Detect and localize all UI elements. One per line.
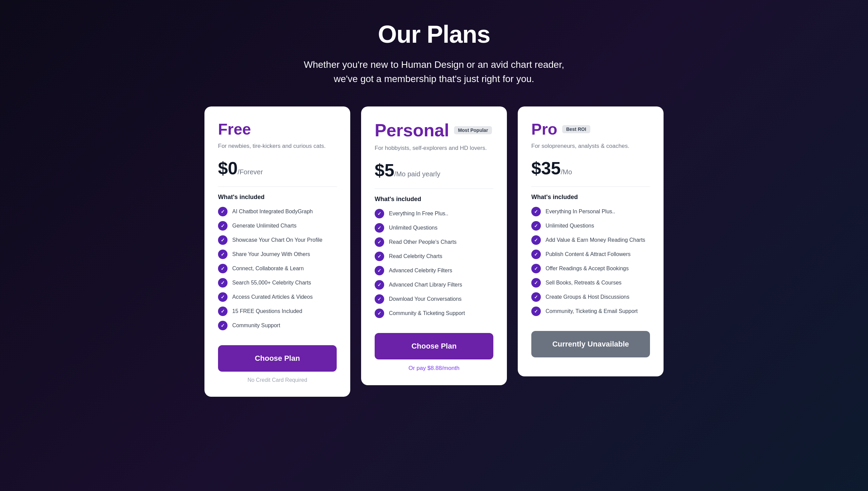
feature-text: Advanced Chart Library Filters — [389, 282, 462, 288]
plan-card-pro: ProBest ROIFor solopreneurs, analysts & … — [518, 106, 664, 376]
feature-text: Connect, Collaborate & Learn — [232, 266, 304, 272]
check-icon — [531, 292, 541, 302]
features-list-free: AI Chatbot Integrated BodyGraphGenerate … — [218, 207, 337, 335]
check-icon — [375, 237, 384, 247]
list-item: Offer Readings & Accept Bookings — [531, 264, 650, 273]
list-item: Create Groups & Host Discussions — [531, 292, 650, 302]
price-period-free: /Forever — [238, 168, 263, 176]
plan-price-personal: $5/Mo paid yearly — [375, 160, 493, 180]
check-icon — [375, 280, 384, 290]
features-list-pro: Everything In Personal Plus..Unlimited Q… — [531, 207, 650, 321]
check-icon — [218, 221, 228, 231]
plan-card-free: FreeFor newbies, tire-kickers and curiou… — [204, 106, 350, 397]
plan-name-pro: Pro — [531, 120, 557, 138]
plan-name-row-pro: ProBest ROI — [531, 120, 650, 138]
check-icon — [375, 223, 384, 233]
page-header: Our Plans Whether you're new to Human De… — [298, 20, 570, 86]
feature-text: Sell Books, Retreats & Courses — [546, 280, 622, 286]
list-item: Community, Ticketing & Email Support — [531, 307, 650, 316]
list-item: Read Celebrity Charts — [375, 252, 493, 261]
check-icon — [531, 207, 541, 216]
plan-description-personal: For hobbyists, self-explorers and HD lov… — [375, 144, 493, 153]
list-item: Unlimited Questions — [375, 223, 493, 233]
list-item: 15 FREE Questions Included — [218, 307, 337, 316]
check-icon — [218, 235, 228, 245]
list-item: Connect, Collaborate & Learn — [218, 264, 337, 273]
price-amount-pro: $35 — [531, 158, 561, 178]
plan-badge-personal: Most Popular — [454, 126, 492, 134]
list-item: Download Your Conversations — [375, 294, 493, 304]
check-icon — [218, 278, 228, 288]
list-item: Share Your Journey With Others — [218, 250, 337, 259]
plan-description-pro: For solopreneurs, analysts & coaches. — [531, 142, 650, 151]
page-subtitle: Whether you're new to Human Design or an… — [298, 58, 570, 86]
plan-name-row-personal: PersonalMost Popular — [375, 120, 493, 140]
list-item: Search 55,000+ Celebrity Charts — [218, 278, 337, 288]
cta-button-free[interactable]: Choose Plan — [218, 345, 337, 372]
plan-name-free: Free — [218, 120, 251, 138]
features-title-pro: What's included — [531, 194, 650, 201]
feature-text: AI Chatbot Integrated BodyGraph — [232, 209, 313, 215]
plan-price-pro: $35/Mo — [531, 158, 650, 178]
check-icon — [375, 252, 384, 261]
feature-text: Unlimited Questions — [546, 223, 594, 229]
list-item: Showcase Your Chart On Your Profile — [218, 235, 337, 245]
feature-text: Add Value & Earn Money Reading Charts — [546, 237, 645, 243]
check-icon — [531, 250, 541, 259]
check-icon — [218, 307, 228, 316]
feature-text: Showcase Your Chart On Your Profile — [232, 237, 322, 243]
check-icon — [218, 250, 228, 259]
plan-price-free: $0/Forever — [218, 158, 337, 178]
plan-name-personal: Personal — [375, 120, 449, 140]
price-divider-pro — [531, 186, 650, 187]
feature-text: 15 FREE Questions Included — [232, 308, 302, 314]
feature-text: Everything In Personal Plus.. — [546, 209, 615, 215]
feature-text: Advanced Celebrity Filters — [389, 268, 452, 274]
feature-text: Publish Content & Attract Followers — [546, 251, 631, 257]
feature-text: Unlimited Questions — [389, 225, 437, 231]
cta-button-personal[interactable]: Choose Plan — [375, 333, 493, 359]
check-icon — [531, 235, 541, 245]
feature-text: Read Celebrity Charts — [389, 253, 442, 259]
list-item: Community & Ticketing Support — [375, 309, 493, 318]
price-period-pro: /Mo — [561, 168, 572, 176]
check-icon — [218, 321, 228, 330]
price-amount-personal: $5 — [375, 160, 394, 180]
feature-text: Download Your Conversations — [389, 296, 461, 302]
check-icon — [531, 307, 541, 316]
check-icon — [375, 309, 384, 318]
plan-badge-pro: Best ROI — [562, 125, 590, 133]
check-icon — [531, 221, 541, 231]
check-icon — [375, 209, 384, 218]
plans-container: FreeFor newbies, tire-kickers and curiou… — [197, 106, 671, 397]
list-item: AI Chatbot Integrated BodyGraph — [218, 207, 337, 216]
price-divider-personal — [375, 189, 493, 189]
feature-text: Community, Ticketing & Email Support — [546, 308, 638, 314]
feature-text: Read Other People's Charts — [389, 239, 457, 245]
plan-name-row-free: Free — [218, 120, 337, 138]
list-item: Add Value & Earn Money Reading Charts — [531, 235, 650, 245]
feature-text: Community Support — [232, 322, 280, 329]
list-item: Read Other People's Charts — [375, 237, 493, 247]
feature-text: Create Groups & Host Discussions — [546, 294, 629, 300]
price-amount-free: $0 — [218, 158, 238, 178]
features-list-personal: Everything In Free Plus..Unlimited Quest… — [375, 209, 493, 323]
list-item: Advanced Chart Library Filters — [375, 280, 493, 290]
feature-text: Community & Ticketing Support — [389, 310, 465, 316]
plan-card-personal: PersonalMost PopularFor hobbyists, self-… — [361, 106, 507, 385]
cta-note-personal: Or pay $8.88/month — [375, 365, 493, 372]
check-icon — [375, 266, 384, 275]
list-item: Advanced Celebrity Filters — [375, 266, 493, 275]
plan-description-free: For newbies, tire-kickers and curious ca… — [218, 142, 337, 151]
price-period-personal: /Mo paid yearly — [394, 170, 440, 178]
features-title-personal: What's included — [375, 196, 493, 203]
check-icon — [375, 294, 384, 304]
check-icon — [531, 264, 541, 273]
list-item: Publish Content & Attract Followers — [531, 250, 650, 259]
feature-text: Share Your Journey With Others — [232, 251, 310, 257]
list-item: Community Support — [218, 321, 337, 330]
cta-button-pro: Currently Unavailable — [531, 331, 650, 357]
feature-text: Everything In Free Plus.. — [389, 211, 448, 217]
feature-text: Access Curated Articles & Videos — [232, 294, 313, 300]
list-item: Access Curated Articles & Videos — [218, 292, 337, 302]
